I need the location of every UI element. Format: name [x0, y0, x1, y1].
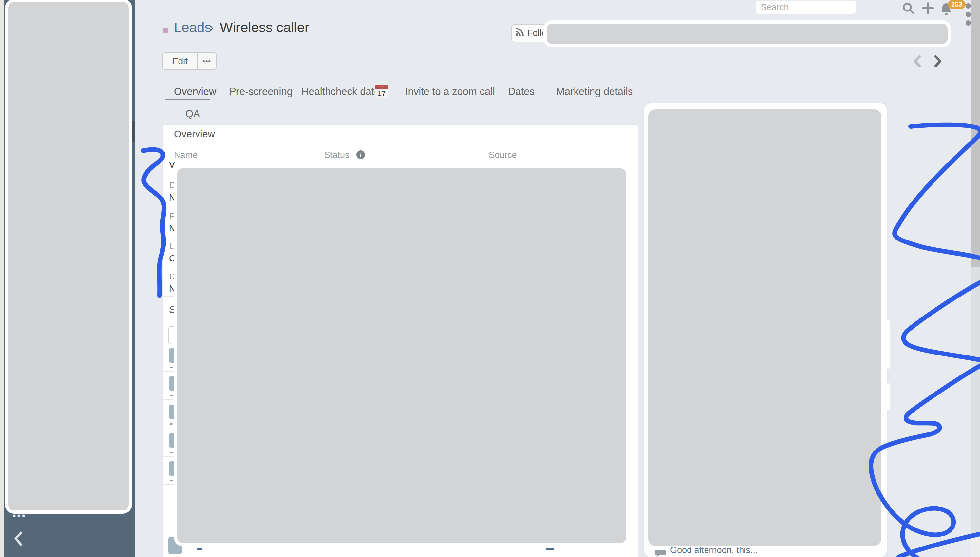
stream-item-meta: [170, 395, 172, 396]
rss-follow-icon: [515, 28, 524, 39]
breadcrumb-separator: ›: [210, 21, 214, 35]
side-panel-edge-tab: [884, 319, 890, 369]
stream-divider: [163, 456, 175, 457]
next-record-chevron-icon[interactable]: [932, 54, 944, 68]
tab-marketing-details[interactable]: Marketing details: [556, 86, 633, 98]
stream-item-meta: [170, 367, 172, 368]
right-window-edge-lower: [972, 267, 980, 536]
left-window-edge: [0, 0, 4, 557]
stream-link-fragment: [546, 548, 554, 550]
field-value-partial: V: [169, 160, 175, 170]
field-header-name: Name: [174, 150, 198, 160]
stream-item-avatar: [169, 461, 174, 476]
previous-record-chevron-icon[interactable]: [911, 54, 923, 68]
calendar-icon: JUL 17: [375, 85, 388, 98]
side-panel-redaction-block: [648, 109, 881, 546]
quick-create-plus-icon[interactable]: [921, 1, 935, 16]
tab-invite-to-zoom-call[interactable]: Invite to a zoom call: [405, 86, 495, 98]
stream-item-meta: [170, 423, 172, 425]
tab-overview[interactable]: Overview: [174, 86, 216, 98]
left-window-seam: [0, 33, 4, 33]
tab-pre-screening[interactable]: Pre-screening: [229, 86, 293, 98]
chat-bubble-icon: [655, 549, 666, 557]
field-label-partial: F: [169, 212, 174, 221]
stream-item-avatar: [169, 376, 174, 391]
stream-link-fragment: [197, 549, 202, 550]
search-icon[interactable]: [901, 1, 915, 16]
stream-item-avatar: [169, 405, 174, 419]
tab-healthcheck-dates[interactable]: Healthcheck dates: [301, 86, 385, 98]
page-title-record-name: Wireless caller: [220, 20, 309, 35]
overview-panel-title: Overview: [174, 129, 215, 140]
tab-qa[interactable]: QA: [185, 108, 200, 120]
field-label-partial: L: [169, 242, 174, 251]
stream-divider: [163, 371, 175, 371]
stream-item-avatar: [169, 348, 174, 363]
right-window-edge-bottom: [972, 536, 980, 557]
sidebar-redaction-block: [5, 0, 132, 514]
field-header-source: Source: [489, 150, 517, 160]
crm-lead-detail-screen: ••• 253 Leads › Wireless caller Follow: [0, 0, 980, 557]
tab-dates[interactable]: Dates: [508, 86, 535, 98]
field-header-status: Status: [324, 150, 349, 160]
panel-divider: [163, 296, 175, 296]
edit-button[interactable]: Edit: [162, 52, 198, 70]
stream-message-link[interactable]: Good afternoon, this...: [670, 545, 757, 555]
sidebar-more-button[interactable]: •••: [13, 510, 27, 522]
edit-button-group: Edit •••: [162, 52, 216, 70]
stream-item-avatar: [169, 433, 174, 448]
search-input[interactable]: [756, 1, 856, 14]
more-actions-button[interactable]: •••: [198, 52, 216, 70]
right-window-edge: [972, 0, 980, 267]
leads-entity-bullet: [163, 28, 168, 33]
notification-count-badge[interactable]: 253: [948, 0, 965, 9]
main-content-redaction-block: [174, 165, 629, 546]
stream-divider: [163, 399, 175, 400]
side-panel-edge-tab: [884, 383, 890, 410]
status-info-icon[interactable]: i: [356, 150, 365, 159]
stream-divider: [163, 484, 175, 485]
breadcrumb-leads-link[interactable]: Leads: [174, 20, 211, 35]
stream-divider: [163, 428, 175, 428]
menu-dots-icon[interactable]: [965, 3, 972, 30]
active-tab-underline: [166, 99, 210, 100]
header-redaction-block: [543, 20, 951, 47]
stream-item-meta: [170, 480, 172, 481]
sidebar-collapse-icon[interactable]: [12, 529, 25, 548]
stream-item-meta: [170, 452, 172, 453]
